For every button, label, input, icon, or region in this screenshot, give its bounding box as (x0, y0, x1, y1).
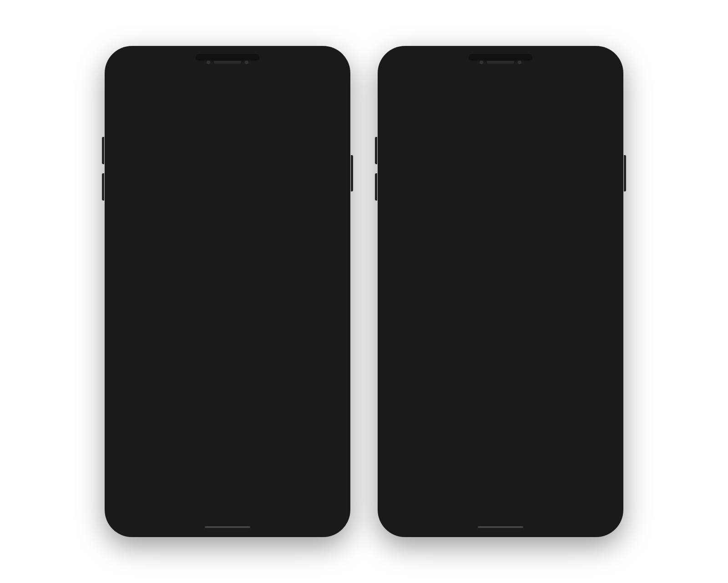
pins-menu-item[interactable]: Pins (505, 327, 614, 349)
select-items-icon (519, 230, 529, 242)
remove-home-label: Remove from Home (547, 244, 577, 257)
power-button-2[interactable] (624, 155, 626, 191)
pins-menu-icon (513, 333, 524, 344)
delegated-grid-svg (456, 291, 473, 307)
compose-shortcut-container: Compose (288, 160, 314, 172)
spark-arrow-badge (162, 174, 171, 183)
status-bar: ▐▐▐ WiFi 🔋 (114, 69, 341, 81)
svg-rect-6 (172, 481, 177, 487)
compose-grid-item: Compose (423, 223, 446, 232)
archive-menu-label: Archive (531, 291, 553, 298)
archive-shortcut-container: Archive (150, 169, 170, 182)
delegated-menu-icon (513, 311, 524, 322)
select-items-action[interactable]: Select items (505, 223, 543, 261)
recent-nav-2[interactable]: □ (574, 500, 579, 508)
date-display-2: December 20 (387, 105, 614, 132)
trash-icon (557, 230, 567, 240)
compose-grid-icon[interactable] (419, 223, 451, 256)
archive-grid-item: Archive (465, 223, 483, 232)
pins-grid-icon[interactable] (412, 282, 445, 315)
signal-icon-2: ▐▐▐ (579, 73, 589, 78)
day-display: FRIDAY, 2019 (114, 134, 341, 141)
app-row-2: Pins Delegated (423, 282, 477, 292)
camera-dot (207, 60, 210, 64)
archive-menu-item[interactable]: Archive (505, 284, 614, 306)
zoom-dock-icon[interactable] (163, 471, 188, 497)
status-bar-2: ▐▐▐ WiFi 🔋 (387, 69, 614, 81)
pins-spark-arrow (153, 300, 161, 308)
phone1-screen: ▐▐▐ WiFi 🔋 December 20 FRIDAY, 2019 (114, 69, 341, 514)
compose-grid-svg (427, 231, 443, 248)
dock-arrow[interactable]: ^ (226, 458, 229, 467)
zoom-svg (168, 477, 183, 491)
messages-svg-2 (476, 477, 490, 491)
delegated-spark-arrow (305, 295, 313, 303)
wifi-icon: WiFi (318, 73, 327, 78)
sensor-dot-2 (518, 60, 521, 64)
pins-shortcut-container: Pins (150, 296, 162, 308)
zoom-svg-2 (441, 477, 456, 491)
back-nav[interactable]: ◁ (149, 499, 155, 508)
date-area-2: December 20 FRIDAY, 2019 (387, 105, 614, 141)
wallpaper: ▐▐▐ WiFi 🔋 December 20 FRIDAY, 2019 (114, 69, 341, 514)
archive-menu-icon (513, 289, 524, 300)
battery-icon: 🔋 (329, 73, 334, 78)
messages-dock-2[interactable] (470, 471, 496, 497)
svg-rect-16 (520, 231, 523, 234)
vol-down-button-2[interactable] (375, 173, 377, 201)
spark-main-icon[interactable] (205, 223, 250, 269)
vol-up-button-2[interactable] (375, 137, 377, 164)
chrome-svg (272, 477, 287, 491)
dock-icons (163, 471, 292, 497)
compose-item-svg (514, 268, 523, 277)
phone2-screen: ▐▐▐ WiFi 🔋 December 20 FRIDAY, 2019 Spar… (387, 69, 614, 514)
back-nav-2[interactable]: ◁ (422, 499, 428, 508)
dock-icons-2 (436, 471, 565, 497)
archive-grid-icon[interactable] (457, 223, 490, 256)
vol-down-button[interactable] (102, 173, 104, 201)
delegated-menu-item[interactable]: Delegated (505, 306, 614, 327)
archive-grid-svg (465, 232, 482, 247)
remove-home-action[interactable]: Remove from Home (543, 223, 581, 261)
gmail-dock-2[interactable] (505, 471, 531, 497)
uninstall-label: Uninstall (591, 244, 610, 250)
remove-home-icon (557, 230, 567, 242)
camera-dot-2 (480, 60, 483, 64)
home-nav[interactable]: ○ (226, 500, 230, 508)
uninstall-action[interactable]: Uninstall (581, 223, 614, 261)
compose-menu-icon (513, 267, 524, 278)
wallpaper-2: ▐▐▐ WiFi 🔋 December 20 FRIDAY, 2019 Spar… (387, 69, 614, 514)
power-button[interactable] (351, 155, 353, 191)
messages-dock-icon[interactable] (197, 471, 223, 497)
wifi-icon-2: WiFi (591, 73, 600, 78)
day-display-2: FRIDAY, 2019 (387, 134, 614, 141)
delegated-spark-badge (301, 291, 318, 307)
uninstall-icon (595, 230, 605, 242)
grid-icon (519, 230, 529, 240)
phone-sensors (182, 59, 273, 66)
compose-spark-badge (301, 159, 318, 176)
compose-menu-item[interactable]: Compose (505, 262, 614, 284)
spark-icon-p2[interactable] (543, 178, 579, 214)
gmail-svg (238, 477, 252, 491)
vol-up-button[interactable] (102, 137, 104, 164)
delegated-item-svg (514, 312, 523, 321)
compose-menu-label: Compose (531, 269, 560, 276)
zoom-dock-2[interactable] (436, 471, 461, 497)
context-menu-items: Compose Archive (505, 262, 614, 349)
gmail-dock-icon[interactable] (232, 471, 258, 497)
svg-rect-25 (515, 291, 523, 293)
chrome-svg-2 (545, 477, 560, 491)
pins-item-svg (514, 334, 523, 343)
spark-main-svg (216, 234, 239, 258)
recent-nav[interactable]: □ (301, 500, 306, 508)
phone2: ▐▐▐ WiFi 🔋 December 20 FRIDAY, 2019 Spar… (378, 46, 623, 537)
chrome-dock-2[interactable] (540, 471, 565, 497)
spark-svg-p2 (551, 186, 571, 206)
delegated-grid-icon[interactable] (448, 282, 481, 315)
chrome-dock-icon[interactable] (267, 471, 292, 497)
delegated-grid-item: Delegated (452, 282, 477, 292)
svg-rect-18 (520, 235, 523, 239)
dock-arrow-2[interactable]: ^ (499, 458, 502, 467)
home-nav-2[interactable]: ○ (499, 500, 503, 508)
